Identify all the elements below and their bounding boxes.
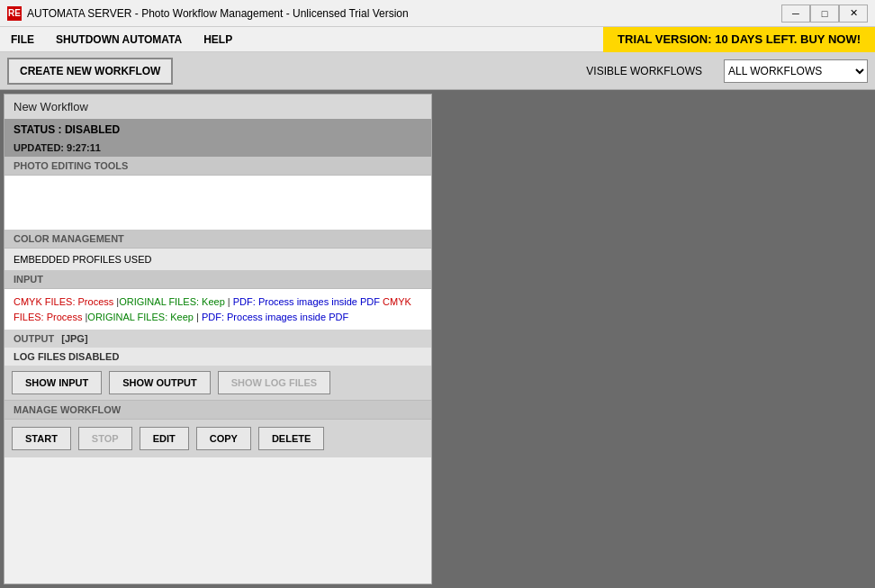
show-input-button[interactable]: SHOW INPUT — [12, 371, 102, 394]
minimize-button[interactable]: ─ — [781, 5, 810, 23]
title-text: AUTOMATA SERVER - Photo Workflow Managem… — [27, 7, 781, 20]
color-mgmt-content: EMBEDDED PROFILES USED — [5, 249, 431, 270]
status-label: STATUS : DISABLED — [14, 123, 422, 136]
output-row: OUTPUT [JPG] — [5, 330, 431, 348]
output-value: [JPG] — [61, 333, 87, 344]
title-bar: RE AUTOMATA SERVER - Photo Workflow Mana… — [0, 0, 875, 27]
menu-bar: FILE SHUTDOWN AUTOMATA HELP TRIAL VERSIO… — [0, 27, 875, 52]
start-button[interactable]: START — [12, 427, 71, 450]
updated-row: UPDATED: 9:27:11 — [5, 140, 431, 157]
restore-button[interactable]: □ — [810, 5, 839, 23]
color-mgmt-label: COLOR MANAGEMENT — [5, 230, 431, 249]
delete-button[interactable]: DELETE — [258, 427, 324, 450]
visible-workflows-select[interactable]: ALL WORKFLOWS ENABLED DISABLED — [724, 59, 868, 83]
trial-banner: TRIAL VERSION: 10 DAYS LEFT. BUY NOW! — [603, 27, 875, 52]
menu-file[interactable]: FILE — [0, 30, 45, 50]
create-workflow-button[interactable]: CREATE NEW WORKFLOW — [7, 58, 173, 85]
stop-button[interactable]: STOP — [78, 427, 132, 450]
status-section: STATUS : DISABLED — [5, 119, 431, 140]
photo-tools-content — [5, 176, 431, 230]
show-output-button[interactable]: SHOW OUTPUT — [109, 371, 211, 394]
main-content: New Workflow STATUS : DISABLED UPDATED: … — [0, 90, 875, 588]
close-button[interactable]: ✕ — [839, 5, 868, 23]
manage-workflow-label: MANAGE WORKFLOW — [5, 401, 431, 420]
workflow-name: New Workflow — [5, 95, 431, 119]
copy-button[interactable]: COPY — [196, 427, 251, 450]
manage-buttons-row: START STOP EDIT COPY DELETE — [5, 420, 431, 457]
output-label: OUTPUT — [14, 333, 54, 344]
visible-workflows-label: VISIBLE WORKFLOWS — [586, 65, 702, 77]
menu-bar-left: FILE SHUTDOWN AUTOMATA HELP — [0, 30, 603, 50]
photo-tools-label: PHOTO EDITING TOOLS — [5, 157, 431, 176]
menu-shutdown[interactable]: SHUTDOWN AUTOMATA — [45, 30, 193, 50]
app-icon: RE — [7, 6, 22, 21]
action-buttons-row: SHOW INPUT SHOW OUTPUT SHOW LOG FILES — [5, 366, 431, 401]
toolbar: CREATE NEW WORKFLOW VISIBLE WORKFLOWS AL… — [0, 52, 875, 90]
show-log-files-button[interactable]: SHOW LOG FILES — [218, 371, 330, 394]
workflow-card: New Workflow STATUS : DISABLED UPDATED: … — [4, 94, 432, 584]
title-controls: ─ □ ✕ — [781, 5, 868, 23]
edit-button[interactable]: EDIT — [140, 427, 189, 450]
input-content: CMYK FILES: Process |ORIGINAL FILES: Kee… — [5, 289, 431, 330]
input-label: INPUT — [5, 270, 431, 289]
menu-help[interactable]: HELP — [193, 30, 243, 50]
log-files-row: LOG FILES DISABLED — [5, 348, 431, 366]
